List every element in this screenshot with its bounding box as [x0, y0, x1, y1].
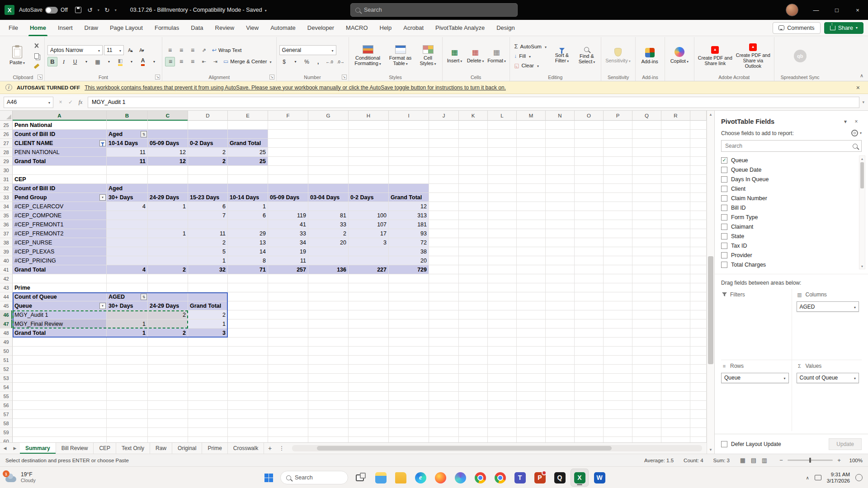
row-header-26[interactable]: 26	[0, 130, 13, 139]
cell-C37[interactable]: 1	[148, 229, 188, 238]
cell-N38[interactable]	[546, 238, 575, 247]
cell-E52[interactable]	[228, 365, 268, 374]
cell-H49[interactable]	[349, 338, 389, 347]
cell-O29[interactable]	[575, 157, 604, 166]
cell-I35[interactable]: 313	[389, 211, 429, 220]
cell-D30[interactable]	[188, 166, 228, 175]
comments-button[interactable]: Comments	[773, 22, 820, 34]
sheet-tab-raw[interactable]: Raw	[150, 443, 172, 454]
column-header-D[interactable]: D	[188, 111, 228, 121]
field-checkbox-state[interactable]	[721, 233, 727, 239]
cell-L57[interactable]	[488, 410, 517, 419]
cell-Q48[interactable]	[632, 328, 661, 338]
row-header-30[interactable]: 30	[0, 166, 13, 175]
cell-L49[interactable]	[488, 338, 517, 347]
cell-F35[interactable]: 119	[268, 211, 308, 220]
wrap-text-button[interactable]: Wrap Text	[210, 46, 243, 55]
cell-F50[interactable]	[268, 347, 308, 356]
cell-K46[interactable]	[459, 310, 488, 319]
cell-L36[interactable]	[488, 220, 517, 229]
number-dialog-launcher[interactable]	[342, 75, 347, 80]
cell-N28[interactable]	[546, 148, 575, 157]
select-all-corner[interactable]	[0, 111, 13, 120]
cell-E49[interactable]	[228, 338, 268, 347]
cell-C57[interactable]	[148, 410, 188, 419]
cell-N48[interactable]	[546, 328, 575, 338]
field-item-tax-id[interactable]: Tax ID	[721, 241, 857, 250]
row-header-37[interactable]: 37	[0, 229, 13, 238]
cell-M46[interactable]	[517, 310, 546, 319]
cell-D33[interactable]: 15-23 Days	[188, 193, 228, 202]
cell-E30[interactable]	[228, 166, 268, 175]
cell-A37[interactable]: #CEP_FREMONT2	[13, 229, 107, 238]
align-center-button[interactable]	[176, 57, 186, 66]
field-item-form-type[interactable]: Form Type	[721, 212, 857, 222]
cell-A43[interactable]: Prime	[13, 283, 107, 292]
cell-K47[interactable]	[459, 319, 488, 328]
cell-F55[interactable]	[268, 392, 308, 401]
cell-E33[interactable]: 10-14 Days	[228, 193, 268, 202]
cell-E45[interactable]	[228, 301, 268, 310]
cell-A50[interactable]	[13, 347, 107, 356]
percent-button[interactable]	[302, 57, 312, 66]
italic-button[interactable]	[59, 57, 69, 66]
cell-F54[interactable]	[268, 383, 308, 392]
cell-H47[interactable]	[349, 319, 389, 328]
cell-I58[interactable]	[389, 419, 429, 428]
tab-macro[interactable]: MACRO	[340, 20, 373, 36]
cell-G37[interactable]: 2	[308, 229, 349, 238]
cell-C59[interactable]	[148, 428, 188, 437]
cell-F33[interactable]: 05-09 Days	[268, 193, 308, 202]
cell-I55[interactable]	[389, 392, 429, 401]
cell-H52[interactable]	[349, 365, 389, 374]
taskbar-clock[interactable]: 9:31 AM 3/17/2026	[827, 471, 850, 484]
cell-I50[interactable]	[389, 347, 429, 356]
cell-Q45[interactable]	[632, 301, 661, 310]
cell-A31[interactable]: CEP	[13, 175, 107, 184]
find-select-button[interactable]: Find & Select	[576, 46, 598, 66]
cell-B35[interactable]	[107, 211, 148, 220]
vertical-scrollbar[interactable]: ▲ ▼	[707, 111, 714, 454]
increase-decimal-button[interactable]	[325, 57, 335, 66]
row-header-60[interactable]: 60	[0, 437, 13, 442]
field-checkbox-claim-number[interactable]	[721, 195, 727, 202]
cell-D41[interactable]: 32	[188, 265, 228, 274]
cell-N34[interactable]	[546, 202, 575, 211]
start-button[interactable]	[259, 469, 278, 487]
filter-dropdown-icon[interactable]	[99, 303, 106, 309]
cell-R47[interactable]	[661, 319, 690, 328]
cell-R53[interactable]	[661, 374, 690, 383]
cell-I54[interactable]	[389, 383, 429, 392]
cell-I52[interactable]	[389, 365, 429, 374]
cell-J51[interactable]	[429, 356, 459, 365]
zoom-out-button[interactable]: −	[778, 457, 785, 464]
cell-R56[interactable]	[661, 401, 690, 410]
cell-R33[interactable]	[661, 193, 690, 202]
cell-Q34[interactable]	[632, 202, 661, 211]
cell-B50[interactable]	[107, 347, 148, 356]
cell-R58[interactable]	[661, 419, 690, 428]
cell-J45[interactable]	[429, 301, 459, 310]
cell-G26[interactable]	[308, 130, 349, 139]
cell-K49[interactable]	[459, 338, 488, 347]
cell-L27[interactable]	[488, 139, 517, 148]
cell-C44[interactable]	[148, 292, 188, 301]
cell-E25[interactable]	[228, 121, 268, 130]
cell-P25[interactable]	[604, 121, 632, 130]
cell-D47[interactable]: 1	[188, 319, 228, 328]
cell-C50[interactable]	[148, 347, 188, 356]
cell-Q53[interactable]	[632, 374, 661, 383]
cell-J29[interactable]	[429, 157, 459, 166]
cell-C42[interactable]	[148, 274, 188, 283]
row-header-36[interactable]: 36	[0, 220, 13, 229]
cell-B31[interactable]	[107, 175, 148, 184]
cell-J38[interactable]	[429, 238, 459, 247]
row-header-32[interactable]: 32	[0, 184, 13, 193]
cell-D25[interactable]	[188, 121, 228, 130]
cell-A52[interactable]	[13, 365, 107, 374]
cell-J46[interactable]	[429, 310, 459, 319]
taskbar-chrome-2[interactable]	[491, 469, 509, 487]
font-dialog-launcher[interactable]	[155, 75, 160, 80]
copy-button[interactable]	[32, 51, 42, 61]
cell-K37[interactable]	[459, 229, 488, 238]
